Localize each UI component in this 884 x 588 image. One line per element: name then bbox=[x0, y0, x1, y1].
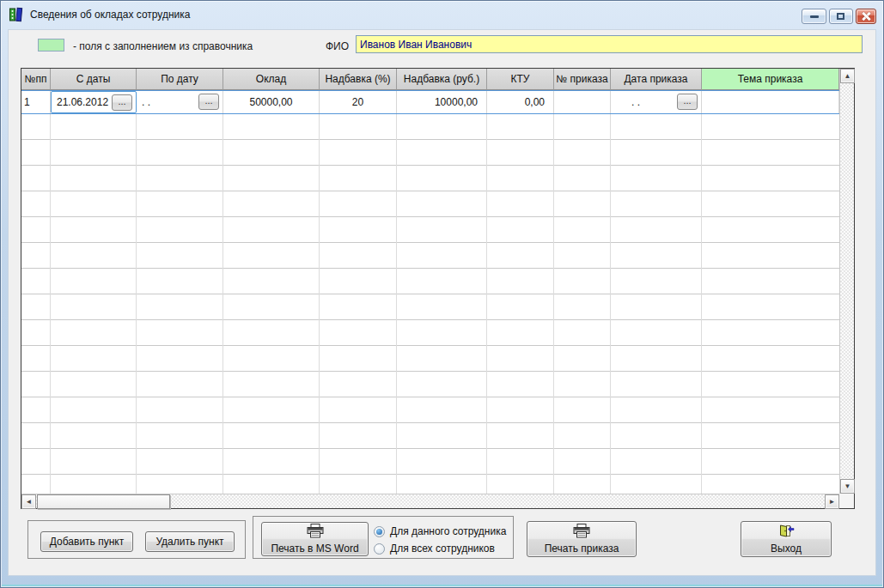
print-order-button[interactable]: Печать приказа bbox=[527, 521, 637, 557]
cell-from-date[interactable]: 21.06.2012 ... bbox=[51, 91, 137, 113]
print-order-label: Печать приказа bbox=[545, 543, 619, 555]
maximize-icon bbox=[837, 13, 844, 20]
printer-icon bbox=[306, 524, 325, 541]
close-button[interactable] bbox=[856, 9, 876, 24]
exit-button[interactable]: Выход bbox=[741, 521, 832, 557]
cell-order-date[interactable]: . . ... bbox=[611, 91, 702, 113]
maximize-button[interactable] bbox=[829, 9, 853, 24]
add-item-button[interactable]: Добавить пункт bbox=[40, 531, 133, 552]
radio-all-employees[interactable]: Для всех сотрудников bbox=[374, 540, 506, 557]
table-header-row: №пп С даты По дату Оклад Надбавка (%) На… bbox=[21, 69, 839, 90]
close-icon bbox=[862, 12, 870, 21]
cell-salary[interactable]: 50000,00 bbox=[223, 91, 320, 113]
legend-swatch bbox=[38, 39, 64, 52]
radio-current-employee-label: Для данного сотрудника bbox=[390, 525, 506, 537]
column-header-bonus-rub: Надбавка (руб.) bbox=[397, 69, 487, 90]
minimize-icon bbox=[810, 15, 819, 18]
scroll-right-icon: ► bbox=[829, 498, 836, 506]
cell-bonus-rub[interactable]: 10000,00 bbox=[397, 91, 487, 113]
delete-item-button[interactable]: Удалить пункт bbox=[145, 531, 235, 552]
column-header-ktu: КТУ bbox=[487, 69, 554, 90]
column-header-from-date: С даты bbox=[51, 69, 137, 90]
from-date-value: 21.06.2012 bbox=[57, 96, 108, 108]
print-scope-radio-group: Для данного сотрудника Для всех сотрудни… bbox=[374, 523, 506, 557]
minimize-button[interactable] bbox=[802, 9, 826, 24]
scroll-up-icon: ▲ bbox=[844, 72, 851, 80]
column-header-to-date: По дату bbox=[137, 69, 223, 90]
titlebar[interactable]: Сведения об окладах сотрудника bbox=[1, 1, 883, 29]
column-header-order-theme: Тема приказа bbox=[702, 69, 839, 90]
fio-input[interactable] bbox=[356, 35, 863, 53]
printer-icon bbox=[572, 524, 591, 541]
column-header-bonus-percent: Надбавка (%) bbox=[320, 69, 397, 90]
order-date-value: . . bbox=[631, 96, 640, 108]
salary-table: №пп С даты По дату Оклад Надбавка (%) На… bbox=[21, 68, 855, 509]
cell-bonus-percent[interactable]: 20 bbox=[320, 91, 397, 113]
scroll-down-button[interactable]: ▼ bbox=[840, 479, 855, 494]
window: Сведения об окладах сотрудника - поля с … bbox=[0, 0, 884, 588]
books-icon bbox=[9, 7, 26, 22]
fio-label: ФИО bbox=[326, 40, 349, 52]
column-header-order-date: Дата приказа bbox=[611, 69, 702, 90]
column-header-salary: Оклад bbox=[223, 69, 320, 90]
legend-label: - поля с заполнением из справочника bbox=[73, 40, 253, 52]
cell-order-number[interactable] bbox=[554, 91, 611, 113]
radio-selected-icon[interactable] bbox=[374, 526, 385, 537]
print-word-panel: Печать в MS Word Для данного сотрудника … bbox=[253, 516, 514, 559]
print-word-button[interactable]: Печать в MS Word bbox=[261, 522, 369, 556]
cell-ktu[interactable]: 0,00 bbox=[487, 91, 554, 113]
vertical-scrollbar-track[interactable] bbox=[840, 83, 854, 479]
scroll-right-button[interactable]: ► bbox=[825, 494, 839, 509]
order-date-picker-button[interactable]: ... bbox=[677, 94, 698, 110]
radio-current-employee[interactable]: Для данного сотрудника bbox=[374, 523, 506, 540]
radio-unselected-icon[interactable] bbox=[374, 543, 385, 555]
vertical-scrollbar[interactable]: ▲ ▼ bbox=[839, 69, 854, 494]
scroll-down-icon: ▼ bbox=[844, 482, 851, 490]
cell-to-date[interactable]: . . ... bbox=[137, 91, 223, 113]
scroll-left-icon: ◄ bbox=[26, 498, 33, 506]
cell-num[interactable]: 1 bbox=[21, 91, 51, 113]
row-actions-panel: Добавить пункт Удалить пункт bbox=[27, 520, 246, 559]
to-date-value: . . bbox=[142, 96, 150, 108]
exit-door-icon bbox=[777, 524, 795, 541]
empty-grid-rows bbox=[21, 114, 839, 494]
from-date-picker-button[interactable]: ... bbox=[112, 94, 132, 111]
to-date-picker-button[interactable]: ... bbox=[198, 94, 219, 110]
horizontal-scrollbar[interactable]: ◄ ► bbox=[21, 494, 839, 508]
window-title: Сведения об окладах сотрудника bbox=[30, 9, 190, 21]
scroll-up-button[interactable]: ▲ bbox=[840, 69, 855, 83]
column-header-num: №пп bbox=[21, 69, 51, 90]
table-row: 1 21.06.2012 ... . . ... 50000,00 20 100… bbox=[21, 90, 839, 114]
print-word-label: Печать в MS Word bbox=[271, 543, 358, 555]
scrollbar-corner bbox=[839, 494, 854, 508]
cell-order-theme[interactable] bbox=[702, 91, 839, 113]
exit-label: Выход bbox=[771, 543, 802, 555]
scroll-left-button[interactable]: ◄ bbox=[21, 494, 36, 509]
column-header-order-number: № приказа bbox=[554, 69, 611, 90]
radio-all-employees-label: Для всех сотрудников bbox=[390, 543, 495, 555]
horizontal-scrollbar-thumb[interactable] bbox=[37, 494, 170, 509]
